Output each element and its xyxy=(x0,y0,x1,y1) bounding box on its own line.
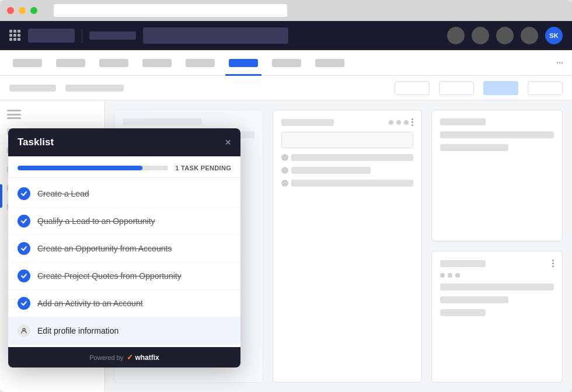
toolbar-btn-2[interactable] xyxy=(439,81,474,95)
card-4-more[interactable] xyxy=(552,260,554,267)
card-2-header xyxy=(281,118,413,126)
task-label-6: Edit profile information xyxy=(37,326,118,335)
task-item-4[interactable]: Create Project Quotes from Opportunity xyxy=(8,262,240,290)
card-3-row-1 xyxy=(440,131,554,138)
top-nav: SK xyxy=(0,21,572,50)
card-4-header xyxy=(440,260,554,267)
sub-nav-tab-active[interactable] xyxy=(225,50,261,76)
sub-nav-tab-4[interactable] xyxy=(139,50,175,76)
footer-powered-text: Powered by xyxy=(89,354,123,361)
card-4-row-1 xyxy=(440,284,554,290)
toolbar-item-2 xyxy=(65,85,124,92)
card-2-title xyxy=(281,119,334,126)
traffic-light-red[interactable] xyxy=(7,7,14,14)
tab-label-7 xyxy=(315,59,344,67)
task-check-icon-2 xyxy=(18,215,30,228)
traffic-light-green[interactable] xyxy=(30,7,37,14)
task-item-2[interactable]: Qualify a Lead to an Opportunity xyxy=(8,208,240,235)
tab-label-3 xyxy=(99,59,128,67)
toolbar-btn-primary[interactable] xyxy=(483,81,518,95)
sub-nav xyxy=(0,50,572,76)
tab-label-5 xyxy=(186,59,215,67)
sub-nav-more[interactable] xyxy=(557,59,563,67)
card-2 xyxy=(273,110,421,383)
traffic-light-yellow[interactable] xyxy=(19,7,26,14)
dot-2 xyxy=(396,120,401,125)
tab-label-4 xyxy=(142,59,172,67)
card-4-row-2 xyxy=(440,296,508,303)
sub-nav-tab-2[interactable] xyxy=(53,50,89,76)
task-check-icon-3 xyxy=(18,242,30,255)
progress-label: 1 TASK PENDING xyxy=(175,164,231,172)
whatfix-w-icon: ✓ xyxy=(127,353,133,362)
browser-url-bar[interactable] xyxy=(54,4,287,17)
nav-search-bar[interactable] xyxy=(143,27,288,44)
nav-avatar-4[interactable] xyxy=(521,27,538,44)
progress-bar-fill xyxy=(18,166,142,170)
card-2-icon xyxy=(281,154,288,161)
toolbar-btn-1[interactable] xyxy=(395,81,430,95)
card-3-title xyxy=(440,118,486,125)
card-2-text-1 xyxy=(291,154,413,161)
card-2-icon-3 xyxy=(281,180,288,187)
card-2-input[interactable] xyxy=(281,132,413,148)
tasklist-close-button[interactable]: × xyxy=(225,137,231,148)
nav-avatar-1[interactable] xyxy=(447,27,465,44)
whatfix-logo: ✓ whatfix xyxy=(127,353,159,362)
card-2-more[interactable] xyxy=(411,118,413,126)
browser-titlebar xyxy=(0,0,572,21)
sub-nav-tab-1[interactable] xyxy=(9,50,46,76)
card-2-dots-row xyxy=(389,118,413,126)
card-4-row-3 xyxy=(440,309,486,316)
tab-label-1 xyxy=(13,59,42,67)
card-3-row-2 xyxy=(440,144,508,151)
nav-app-name xyxy=(89,32,136,40)
task-item-6[interactable]: Edit profile information xyxy=(8,317,240,345)
nav-avatar-2[interactable] xyxy=(472,27,489,44)
dot-3 xyxy=(404,120,409,125)
nav-avatar-user[interactable]: SK xyxy=(545,27,563,44)
task-label-1: Create a Lead xyxy=(37,189,89,198)
sidebar-hamburger[interactable] xyxy=(7,110,21,119)
c4-d2 xyxy=(448,273,452,278)
card-4 xyxy=(431,251,563,383)
task-label-4: Create Project Quotes from Opportunity xyxy=(37,271,182,281)
card-3 xyxy=(431,110,563,242)
sub-nav-tab-3[interactable] xyxy=(96,50,132,76)
tab-label-active xyxy=(229,59,258,67)
task-check-icon-4 xyxy=(18,270,30,282)
tasklist-title: Tasklist xyxy=(18,136,54,148)
tab-label-6 xyxy=(272,59,301,67)
sub-nav-tab-6[interactable] xyxy=(268,50,305,76)
task-check-icon-5 xyxy=(18,297,30,310)
task-list: Create a Lead Qualify a Lead to an Oppor… xyxy=(8,178,240,347)
tasklist-progress-row: 1 TASK PENDING xyxy=(8,156,240,178)
task-item-3[interactable]: Create an Opportunity from Accounts xyxy=(8,235,240,262)
tasklist-header: Tasklist × xyxy=(8,128,240,156)
toolbar-btn-3[interactable] xyxy=(528,81,563,95)
tasklist-footer: Powered by ✓ whatfix xyxy=(8,347,240,368)
task-item-1[interactable]: Create a Lead xyxy=(8,180,240,208)
task-pending-icon-6 xyxy=(18,324,30,337)
card-2-row-2 xyxy=(281,154,413,161)
sub-nav-tab-7[interactable] xyxy=(312,50,348,76)
whatfix-brand-text: whatfix xyxy=(135,354,159,362)
left-accent-bar xyxy=(0,184,2,208)
nav-avatar-3[interactable] xyxy=(496,27,514,44)
card-2-row-3 xyxy=(281,167,413,174)
task-item-5[interactable]: Add an Activity to an Account xyxy=(8,290,240,317)
task-label-3: Create an Opportunity from Accounts xyxy=(37,244,172,253)
card-4-title xyxy=(440,260,486,267)
card-2-icon-2 xyxy=(281,167,288,174)
c4-d1 xyxy=(440,273,445,278)
tab-label-2 xyxy=(56,59,85,67)
card-2-text-3 xyxy=(291,180,413,187)
sub-nav-tab-5[interactable] xyxy=(182,50,218,76)
nav-logo xyxy=(28,29,75,43)
task-label-5: Add an Activity to an Account xyxy=(37,299,143,308)
nav-divider xyxy=(82,29,82,43)
grid-icon[interactable] xyxy=(9,30,21,41)
task-check-icon-1 xyxy=(18,187,30,200)
toolbar xyxy=(0,76,572,100)
progress-bar-container xyxy=(18,166,168,170)
